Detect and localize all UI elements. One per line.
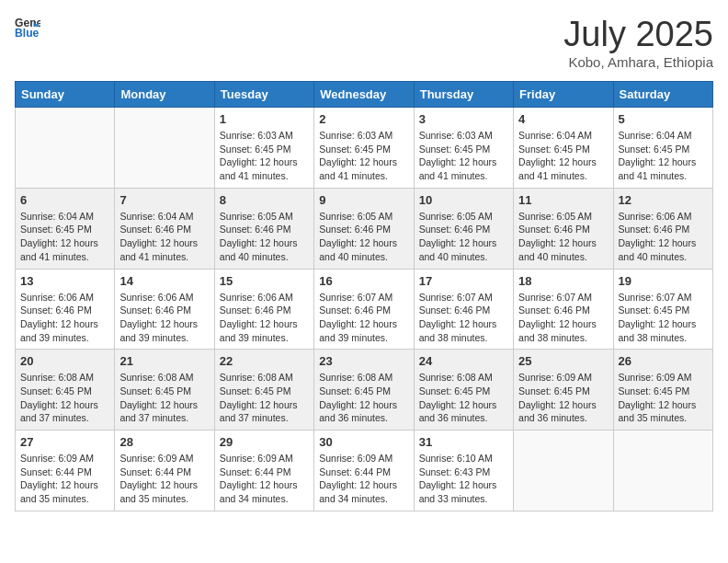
calendar-cell: 11Sunrise: 6:05 AMSunset: 6:46 PMDayligh…: [514, 188, 613, 269]
day-number: 26: [619, 354, 708, 368]
calendar-cell: 29Sunrise: 6:09 AMSunset: 6:44 PMDayligh…: [214, 431, 313, 511]
day-number: 3: [419, 112, 508, 126]
calendar-cell: 6Sunrise: 6:04 AMSunset: 6:45 PMDaylight…: [16, 188, 115, 269]
day-number: 16: [319, 274, 408, 288]
calendar-cell: 5Sunrise: 6:04 AMSunset: 6:45 PMDaylight…: [613, 108, 712, 189]
cell-info: Sunrise: 6:06 AMSunset: 6:46 PMDaylight:…: [20, 291, 109, 345]
day-number: 25: [518, 354, 608, 368]
weekday-header: Friday: [514, 82, 613, 108]
day-number: 7: [119, 193, 209, 207]
calendar-cell: 25Sunrise: 6:09 AMSunset: 6:45 PMDayligh…: [514, 350, 613, 431]
month-year-title: July 2025: [563, 15, 713, 54]
cell-info: Sunrise: 6:07 AMSunset: 6:46 PMDaylight:…: [319, 291, 408, 345]
calendar-cell: 27Sunrise: 6:09 AMSunset: 6:44 PMDayligh…: [16, 431, 115, 511]
calendar-week-row: 20Sunrise: 6:08 AMSunset: 6:45 PMDayligh…: [16, 350, 713, 431]
day-number: 27: [20, 435, 109, 449]
day-number: 22: [220, 354, 309, 368]
calendar-cell: 17Sunrise: 6:07 AMSunset: 6:46 PMDayligh…: [414, 269, 513, 350]
cell-info: Sunrise: 6:06 AMSunset: 6:46 PMDaylight:…: [220, 291, 309, 345]
calendar-cell: [115, 108, 214, 189]
calendar-cell: 22Sunrise: 6:08 AMSunset: 6:45 PMDayligh…: [214, 350, 313, 431]
cell-info: Sunrise: 6:07 AMSunset: 6:46 PMDaylight:…: [419, 291, 508, 345]
calendar-cell: 18Sunrise: 6:07 AMSunset: 6:46 PMDayligh…: [514, 269, 613, 350]
calendar-cell: 21Sunrise: 6:08 AMSunset: 6:45 PMDayligh…: [115, 350, 214, 431]
calendar-cell: [613, 431, 712, 511]
weekday-header: Sunday: [16, 82, 115, 108]
cell-info: Sunrise: 6:08 AMSunset: 6:45 PMDaylight:…: [220, 371, 309, 425]
calendar-cell: 3Sunrise: 6:03 AMSunset: 6:45 PMDaylight…: [414, 108, 513, 189]
calendar-cell: 31Sunrise: 6:10 AMSunset: 6:43 PMDayligh…: [414, 431, 513, 511]
calendar-cell: 12Sunrise: 6:06 AMSunset: 6:46 PMDayligh…: [613, 188, 712, 269]
calendar-cell: 13Sunrise: 6:06 AMSunset: 6:46 PMDayligh…: [16, 269, 115, 350]
calendar-cell: 9Sunrise: 6:05 AMSunset: 6:46 PMDaylight…: [314, 188, 414, 269]
svg-text:Blue: Blue: [15, 27, 40, 40]
cell-info: Sunrise: 6:04 AMSunset: 6:46 PMDaylight:…: [119, 210, 209, 264]
day-number: 24: [419, 354, 508, 368]
cell-info: Sunrise: 6:09 AMSunset: 6:44 PMDaylight:…: [220, 452, 309, 506]
calendar-cell: 26Sunrise: 6:09 AMSunset: 6:45 PMDayligh…: [613, 350, 712, 431]
day-number: 30: [319, 435, 408, 449]
calendar-week-row: 27Sunrise: 6:09 AMSunset: 6:44 PMDayligh…: [16, 431, 713, 511]
day-number: 8: [220, 193, 309, 207]
cell-info: Sunrise: 6:09 AMSunset: 6:44 PMDaylight:…: [119, 452, 209, 506]
cell-info: Sunrise: 6:08 AMSunset: 6:45 PMDaylight:…: [119, 371, 209, 425]
calendar-week-row: 1Sunrise: 6:03 AMSunset: 6:45 PMDaylight…: [16, 108, 713, 189]
calendar-cell: 8Sunrise: 6:05 AMSunset: 6:46 PMDaylight…: [214, 188, 313, 269]
cell-info: Sunrise: 6:05 AMSunset: 6:46 PMDaylight:…: [419, 210, 508, 264]
day-number: 2: [319, 112, 408, 126]
calendar-cell: [16, 108, 115, 189]
cell-info: Sunrise: 6:06 AMSunset: 6:46 PMDaylight:…: [119, 291, 209, 345]
day-number: 17: [419, 274, 508, 288]
day-number: 23: [319, 354, 408, 368]
day-number: 4: [518, 112, 608, 126]
calendar-cell: 4Sunrise: 6:04 AMSunset: 6:45 PMDaylight…: [514, 108, 613, 189]
cell-info: Sunrise: 6:08 AMSunset: 6:45 PMDaylight:…: [20, 371, 109, 425]
day-number: 11: [518, 193, 608, 207]
calendar-cell: 20Sunrise: 6:08 AMSunset: 6:45 PMDayligh…: [16, 350, 115, 431]
calendar-cell: 7Sunrise: 6:04 AMSunset: 6:46 PMDaylight…: [115, 188, 214, 269]
cell-info: Sunrise: 6:08 AMSunset: 6:45 PMDaylight:…: [319, 371, 408, 425]
page-header: General Blue July 2025 Kobo, Amhara, Eth…: [15, 15, 713, 70]
title-block: July 2025 Kobo, Amhara, Ethiopia: [563, 15, 713, 70]
day-number: 5: [619, 112, 708, 126]
calendar-cell: 10Sunrise: 6:05 AMSunset: 6:46 PMDayligh…: [414, 188, 513, 269]
cell-info: Sunrise: 6:04 AMSunset: 6:45 PMDaylight:…: [619, 129, 708, 183]
calendar-cell: 15Sunrise: 6:06 AMSunset: 6:46 PMDayligh…: [214, 269, 313, 350]
cell-info: Sunrise: 6:06 AMSunset: 6:46 PMDaylight:…: [619, 210, 708, 264]
day-number: 9: [319, 193, 408, 207]
calendar-header-row: SundayMondayTuesdayWednesdayThursdayFrid…: [16, 82, 713, 108]
day-number: 28: [119, 435, 209, 449]
calendar-cell: 2Sunrise: 6:03 AMSunset: 6:45 PMDaylight…: [314, 108, 414, 189]
weekday-header: Saturday: [613, 82, 712, 108]
calendar-cell: 28Sunrise: 6:09 AMSunset: 6:44 PMDayligh…: [115, 431, 214, 511]
cell-info: Sunrise: 6:05 AMSunset: 6:46 PMDaylight:…: [220, 210, 309, 264]
cell-info: Sunrise: 6:04 AMSunset: 6:45 PMDaylight:…: [20, 210, 109, 264]
weekday-header: Thursday: [414, 82, 513, 108]
cell-info: Sunrise: 6:03 AMSunset: 6:45 PMDaylight:…: [220, 129, 309, 183]
cell-info: Sunrise: 6:03 AMSunset: 6:45 PMDaylight:…: [319, 129, 408, 183]
day-number: 10: [419, 193, 508, 207]
cell-info: Sunrise: 6:09 AMSunset: 6:45 PMDaylight:…: [619, 371, 708, 425]
calendar-table: SundayMondayTuesdayWednesdayThursdayFrid…: [15, 81, 713, 511]
cell-info: Sunrise: 6:03 AMSunset: 6:45 PMDaylight:…: [419, 129, 508, 183]
cell-info: Sunrise: 6:07 AMSunset: 6:46 PMDaylight:…: [518, 291, 608, 345]
day-number: 12: [619, 193, 708, 207]
weekday-header: Wednesday: [314, 82, 414, 108]
calendar-cell: 24Sunrise: 6:08 AMSunset: 6:45 PMDayligh…: [414, 350, 513, 431]
day-number: 14: [119, 274, 209, 288]
day-number: 19: [619, 274, 708, 288]
day-number: 18: [518, 274, 608, 288]
weekday-header: Tuesday: [214, 82, 313, 108]
calendar-cell: [514, 431, 613, 511]
logo: General Blue: [15, 15, 40, 40]
cell-info: Sunrise: 6:05 AMSunset: 6:46 PMDaylight:…: [518, 210, 608, 264]
logo-icon: General Blue: [15, 15, 40, 40]
calendar-cell: 16Sunrise: 6:07 AMSunset: 6:46 PMDayligh…: [314, 269, 414, 350]
cell-info: Sunrise: 6:09 AMSunset: 6:44 PMDaylight:…: [319, 452, 408, 506]
day-number: 21: [119, 354, 209, 368]
weekday-header: Monday: [115, 82, 214, 108]
calendar-cell: 14Sunrise: 6:06 AMSunset: 6:46 PMDayligh…: [115, 269, 214, 350]
calendar-cell: 23Sunrise: 6:08 AMSunset: 6:45 PMDayligh…: [314, 350, 414, 431]
cell-info: Sunrise: 6:10 AMSunset: 6:43 PMDaylight:…: [419, 452, 508, 506]
cell-info: Sunrise: 6:07 AMSunset: 6:45 PMDaylight:…: [619, 291, 708, 345]
